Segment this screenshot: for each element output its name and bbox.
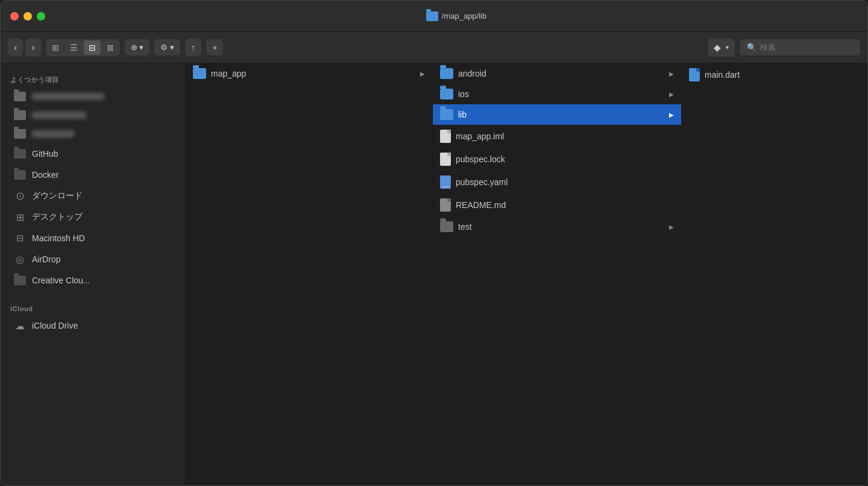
dropbox-chevron: ▾: [726, 44, 729, 51]
forward-button[interactable]: ›: [25, 39, 40, 57]
sidebar-item-docker-label: Docker: [32, 170, 58, 180]
col-item-test-label: test: [458, 222, 664, 232]
icloud-section-label: iCloud: [1, 300, 185, 315]
sidebar-item-desktop[interactable]: ⊞ デスクトップ: [4, 207, 181, 227]
sidebar-item-creative-cloud-label: Creative Clou...: [32, 276, 90, 285]
sidebar-item-github[interactable]: GitHub: [4, 144, 181, 164]
column-3: main.dart: [682, 63, 867, 485]
sidebar-item-icloud-drive[interactable]: ☁ iCloud Drive: [4, 315, 181, 336]
col-item-map-app-label: map_app: [211, 69, 415, 78]
finder-body: よくつかう項目 GitHub Docker: [1, 63, 867, 485]
map-app-iml-icon: [440, 130, 451, 143]
sidebar-item-airdrop-label: AirDrop: [32, 254, 60, 264]
sidebar-item-icloud-drive-label: iCloud Drive: [32, 321, 78, 330]
view-icon-btn[interactable]: ⊞: [47, 40, 64, 55]
col-item-readme-md[interactable]: README.md: [433, 194, 681, 216]
readme-md-icon: [440, 198, 451, 212]
maximize-button[interactable]: [37, 12, 45, 21]
col-item-pubspec-lock-label: pubspec.lock: [456, 154, 674, 164]
desktop-icon: ⊞: [14, 211, 26, 223]
sidebar-item-macintosh-hd[interactable]: ⊟ Macintosh HD: [4, 228, 181, 248]
dropbox-icon: ◆: [714, 42, 721, 53]
creative-cloud-folder-icon: [14, 274, 26, 286]
blur-text-2: [32, 112, 86, 119]
sidebar-blur-item-3: [4, 125, 181, 143]
pubspec-yaml-icon: [440, 175, 451, 189]
group-button[interactable]: ⊕ ▾: [125, 39, 150, 55]
col-item-ios[interactable]: ios ▶: [433, 84, 681, 104]
android-arrow-icon: ▶: [669, 71, 674, 77]
airdrop-icon: ◎: [14, 253, 26, 265]
icloud-drive-icon: ☁: [14, 320, 26, 332]
ios-arrow-icon: ▶: [669, 91, 674, 98]
col-item-lib-label: lib: [458, 110, 664, 119]
docker-folder-icon: [14, 169, 26, 181]
sidebar-item-creative-cloud[interactable]: Creative Clou...: [4, 270, 181, 291]
sidebar-section-label: よくつかう項目: [1, 71, 185, 87]
downloads-icon: ⊙: [14, 190, 26, 202]
lib-folder-icon: [440, 109, 453, 120]
col-item-android[interactable]: android ▶: [433, 63, 681, 84]
search-icon: 🔍: [747, 43, 756, 52]
search-box[interactable]: 🔍: [740, 39, 860, 55]
sidebar-item-downloads-label: ダウンロード: [32, 191, 83, 201]
search-input[interactable]: [760, 43, 853, 52]
sidebar-item-airdrop[interactable]: ◎ AirDrop: [4, 249, 181, 270]
col-item-map-app[interactable]: map_app ▶: [186, 63, 432, 84]
col-item-ios-label: ios: [458, 89, 664, 99]
title-path: /map_app/lib: [442, 11, 486, 21]
main-dart-icon: [689, 68, 700, 81]
col-item-pubspec-yaml[interactable]: pubspec.yaml: [433, 171, 681, 194]
android-folder-icon: [440, 68, 453, 79]
sidebar-blur-item-1: [4, 87, 181, 106]
blur-text-3: [32, 130, 74, 137]
ios-folder-icon: [440, 89, 453, 99]
lib-arrow-icon: ▶: [669, 112, 674, 118]
col-item-main-dart-label: main.dart: [705, 70, 860, 80]
map-app-arrow-icon: ▶: [420, 71, 425, 77]
sidebar-item-docker[interactable]: Docker: [4, 165, 181, 185]
test-arrow-icon: ▶: [669, 224, 674, 230]
col-item-readme-md-label: README.md: [456, 200, 674, 210]
col-item-lib[interactable]: lib ▶: [433, 104, 681, 125]
title-folder-icon: [426, 11, 438, 21]
dropbox-button[interactable]: ◆ ▾: [708, 39, 735, 57]
blur-folder-icon: [14, 92, 26, 101]
view-buttons: ⊞ ☰ ⊟ ⊠: [46, 39, 120, 56]
sidebar-blur-item-2: [4, 106, 181, 124]
github-folder-icon: [14, 148, 26, 160]
disk-icon: ⊟: [14, 232, 26, 244]
blur-folder-icon: [14, 129, 26, 139]
title-bar: /map_app/lib: [1, 1, 867, 32]
col-item-pubspec-yaml-label: pubspec.yaml: [456, 177, 674, 187]
column-1: map_app ▶: [186, 63, 433, 485]
blur-folder-icon: [14, 110, 26, 120]
toolbar: ‹ › ⊞ ☰ ⊟ ⊠ ⊕ ▾ ⚙ ▾ ↑ ● ◆ ▾ 🔍: [1, 32, 867, 63]
view-column-btn[interactable]: ⊟: [84, 40, 101, 55]
view-list-btn[interactable]: ☰: [65, 40, 83, 55]
col-item-pubspec-lock[interactable]: pubspec.lock: [433, 148, 681, 171]
col-item-test[interactable]: test ▶: [433, 216, 681, 237]
columns-area: map_app ▶ android ▶ ios ▶ lib ▶: [186, 63, 867, 485]
tag-button[interactable]: ●: [206, 39, 223, 55]
col-item-map-app-iml-label: map_app.iml: [456, 131, 674, 141]
col-item-android-label: android: [458, 69, 664, 78]
map-app-folder-icon: [193, 68, 206, 79]
sidebar-item-desktop-label: デスクトップ: [32, 212, 83, 222]
minimize-button[interactable]: [24, 12, 32, 21]
blur-text-1: [32, 93, 104, 100]
col-item-map-app-iml[interactable]: map_app.iml: [433, 125, 681, 148]
action-button[interactable]: ⚙ ▾: [154, 39, 180, 55]
sidebar: よくつかう項目 GitHub Docker: [1, 63, 186, 485]
col-item-main-dart[interactable]: main.dart: [682, 63, 867, 86]
pubspec-lock-icon: [440, 153, 451, 166]
test-folder-icon: [440, 221, 453, 232]
sidebar-item-macintosh-hd-label: Macintosh HD: [32, 233, 85, 243]
share-button[interactable]: ↑: [185, 39, 202, 56]
back-button[interactable]: ‹: [8, 39, 23, 57]
nav-buttons: ‹ ›: [8, 39, 41, 57]
toolbar-right: ◆ ▾ 🔍: [708, 39, 860, 57]
close-button[interactable]: [10, 12, 19, 21]
sidebar-item-downloads[interactable]: ⊙ ダウンロード: [4, 186, 181, 206]
view-cover-btn[interactable]: ⊠: [102, 40, 119, 55]
